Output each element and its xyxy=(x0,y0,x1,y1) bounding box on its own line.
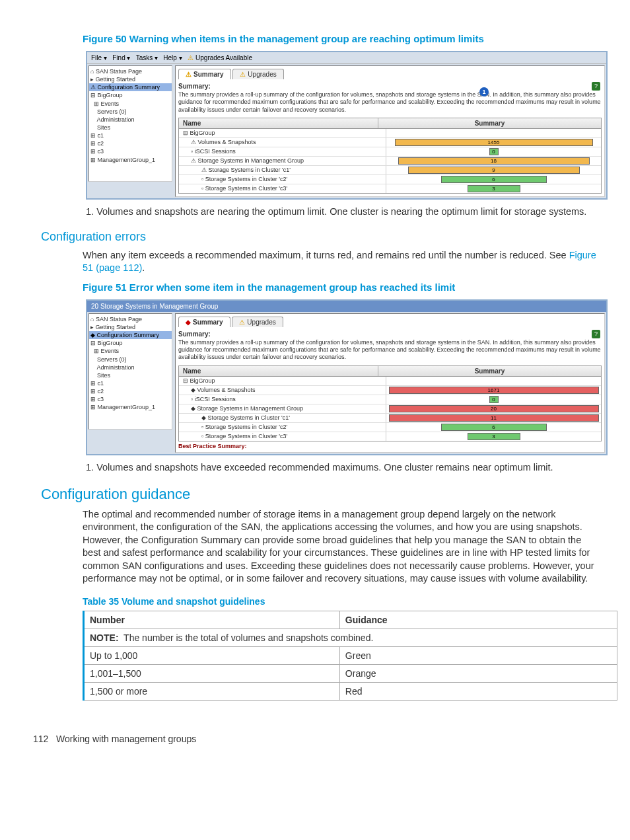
cell-name: ▫ Storage Systems in Cluster 'c2' xyxy=(179,423,386,432)
figure-50-title: Figure 50 Warning when items in the mana… xyxy=(83,33,597,44)
grid-row[interactable]: ▫ iSCSI Sessions0 xyxy=(179,147,601,157)
cell-summary: 11 xyxy=(386,414,601,422)
help-icon[interactable]: ? xyxy=(592,330,600,338)
cell-name: ⊟ BigGroup xyxy=(179,377,386,385)
tree-mg1[interactable]: ⊞ ManagementGroup_1 xyxy=(89,156,172,164)
menu-tasks[interactable]: Tasks ▾ xyxy=(136,54,158,61)
grid-row[interactable]: ▫ iSCSI Sessions0 xyxy=(179,395,601,404)
cell-summary: 3 xyxy=(386,432,601,441)
tree-biggroup[interactable]: ⊟ BigGroup xyxy=(89,339,172,347)
tree-c2[interactable]: ⊞ c2 xyxy=(89,387,172,395)
upgrades-available-link[interactable]: Upgrades Available xyxy=(188,54,252,61)
grid-row[interactable]: ◆ Storage Systems in Cluster 'c1'11 xyxy=(179,414,601,423)
tree-events[interactable]: ⊞ Events xyxy=(89,347,172,355)
cell-name: ◆ Storage Systems in Management Group xyxy=(179,404,386,413)
config-guidance-body: The optimal and recommended number of st… xyxy=(83,508,597,586)
config-errors-text: When any item exceeds a recommended maxi… xyxy=(83,249,597,275)
summary-bar: 1671 xyxy=(389,387,599,394)
grid-row[interactable]: ▫ Storage Systems in Cluster 'c2'6 xyxy=(179,175,601,184)
cell-name: ◆ Storage Systems in Cluster 'c1' xyxy=(179,414,386,422)
table-col-number: Number xyxy=(84,611,340,629)
summary-bar: 0 xyxy=(489,148,499,155)
footer-section: Working with management groups xyxy=(56,734,196,744)
col-name-header[interactable]: Name xyxy=(179,366,378,376)
cell-summary: 18 xyxy=(386,157,601,165)
table-note-row: NOTE: The number is the total of volumes… xyxy=(84,629,617,647)
cell-summary: 6 xyxy=(386,423,601,432)
col-name-header[interactable]: Name xyxy=(179,118,378,128)
figure-51-caption: 1. Volumes and snapshots have exceeded r… xyxy=(86,462,597,473)
cell-summary xyxy=(386,129,601,137)
table-35-title: Table 35 Volume and snapshot guidelines xyxy=(83,596,597,607)
cell-name: ▫ Storage Systems in Cluster 'c3' xyxy=(179,432,386,441)
cell-name: ▫ iSCSI Sessions xyxy=(179,147,386,156)
tree-getting-started[interactable]: ▸ Getting Started xyxy=(89,323,172,331)
tab-upgrades[interactable]: Upgrades xyxy=(232,317,283,327)
grid-row[interactable]: ⚠ Storage Systems in Cluster 'c1'9 xyxy=(179,166,601,175)
tree-getting-started[interactable]: ▸ Getting Started xyxy=(89,75,172,83)
menubar: File ▾ Find ▾ Tasks ▾ Help ▾ Upgrades Av… xyxy=(87,52,606,64)
tree-c3[interactable]: ⊞ c3 xyxy=(89,395,172,403)
menu-file[interactable]: File ▾ xyxy=(91,54,107,61)
tree-c1[interactable]: ⊞ c1 xyxy=(89,132,172,139)
best-practice-label: Best Practice Summary: xyxy=(178,441,602,449)
tree-c2[interactable]: ⊞ c2 xyxy=(89,139,172,147)
tree-c3[interactable]: ⊞ c3 xyxy=(89,147,172,155)
cell-summary: 0 xyxy=(386,147,601,156)
tree-config-summary[interactable]: ◆ Configuration Summary xyxy=(89,331,172,339)
nav-tree[interactable]: ⌂ SAN Status Page ▸ Getting Started ⚠ Co… xyxy=(88,65,172,182)
grid-row[interactable]: ▫ Storage Systems in Cluster 'c3'3 xyxy=(179,184,601,193)
tree-servers[interactable]: Servers (0) xyxy=(89,356,172,363)
grid-row[interactable]: ◆ Storage Systems in Management Group20 xyxy=(179,404,601,414)
grid-row[interactable]: ◆ Volumes & Snapshots1671 xyxy=(179,386,601,395)
menu-help[interactable]: Help ▾ xyxy=(163,54,182,61)
tree-mg1[interactable]: ⊞ ManagementGroup_1 xyxy=(89,403,172,411)
col-summary-header[interactable]: Summary xyxy=(378,118,601,128)
tree-servers[interactable]: Servers (0) xyxy=(89,108,172,116)
grid-row[interactable]: ▫ Storage Systems in Cluster 'c2'6 xyxy=(179,423,601,432)
tab-summary[interactable]: Summary xyxy=(178,317,230,327)
col-summary-header[interactable]: Summary xyxy=(378,366,601,376)
tree-config-summary[interactable]: ⚠ Configuration Summary xyxy=(89,83,172,91)
figure-51-title: Figure 51 Error when some item in the ma… xyxy=(83,282,597,293)
tab-upgrades[interactable]: Upgrades xyxy=(232,69,283,79)
summary-label: Summary: xyxy=(178,83,602,90)
config-guidance-heading: Configuration guidance xyxy=(41,486,597,503)
cell-name: ⚠ Storage Systems in Management Group xyxy=(179,157,386,165)
grid-header: Name Summary xyxy=(178,118,602,129)
tree-biggroup[interactable]: ⊟ BigGroup xyxy=(89,91,172,99)
grid-row[interactable]: ⚠ Storage Systems in Management Group18 xyxy=(179,157,601,166)
cell-name: ◆ Volumes & Snapshots xyxy=(179,386,386,395)
summary-bar: 1455 xyxy=(395,139,593,146)
nav-tree-51[interactable]: ⌂ SAN Status Page ▸ Getting Started ◆ Co… xyxy=(88,313,172,430)
tree-events[interactable]: ⊞ Events xyxy=(89,100,172,108)
cell-name: ▫ Storage Systems in Cluster 'c2' xyxy=(179,175,386,184)
page-number: 112 xyxy=(33,734,48,744)
summary-bar: 0 xyxy=(489,396,499,403)
tree-sites[interactable]: Sites xyxy=(89,124,172,132)
main-pane-51: Summary Upgrades ? Summary: The summary … xyxy=(175,313,605,453)
grid-row[interactable]: ⊟ BigGroup xyxy=(179,129,601,138)
tab-summary[interactable]: Summary xyxy=(178,69,231,79)
summary-bar: 20 xyxy=(389,405,599,412)
tree-admin[interactable]: Administration xyxy=(89,116,172,124)
tree-san-status[interactable]: ⌂ SAN Status Page xyxy=(89,67,172,75)
summary-bar: 3 xyxy=(468,433,520,440)
summary-bar: 6 xyxy=(441,424,547,431)
tree-admin[interactable]: Administration xyxy=(89,363,172,371)
grid-row[interactable]: ▫ Storage Systems in Cluster 'c3'3 xyxy=(179,432,601,441)
cell-name: ⊟ BigGroup xyxy=(179,129,386,137)
summary-bar: 6 xyxy=(441,176,547,183)
grid-row[interactable]: ⚠ Volumes & Snapshots1455 xyxy=(179,138,601,147)
table-row: Up to 1,000Green xyxy=(84,647,617,665)
table-row: 1,500 or moreRed xyxy=(84,683,617,701)
tree-sites[interactable]: Sites xyxy=(89,371,172,379)
page-footer: 112 Working with management groups xyxy=(33,734,597,744)
grid-body-51: ⊟ BigGroup◆ Volumes & Snapshots1671▫ iSC… xyxy=(178,377,602,441)
help-icon[interactable]: ? xyxy=(592,82,600,91)
tree-c1[interactable]: ⊞ c1 xyxy=(89,379,172,387)
menu-find[interactable]: Find ▾ xyxy=(112,54,130,61)
cell-name: ⚠ Volumes & Snapshots xyxy=(179,138,386,147)
grid-row[interactable]: ⊟ BigGroup xyxy=(179,377,601,386)
tree-san-status[interactable]: ⌂ SAN Status Page xyxy=(89,315,172,323)
